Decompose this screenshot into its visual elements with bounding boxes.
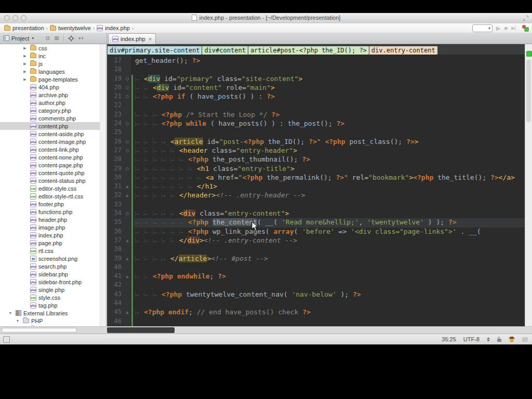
code-line-19[interactable]: 19→<div id="primary" class="site-content… — [107, 75, 525, 84]
lock-icon[interactable] — [497, 339, 501, 342]
tag-breadcrumb-chip[interactable]: article#post-<?php the_ID(); ?> — [248, 46, 369, 55]
code-line-30[interactable]: 30→→→→→→→→<a href="<?php the_permalink()… — [107, 174, 525, 182]
fold-marker[interactable] — [125, 308, 131, 317]
fold-marker[interactable] — [125, 209, 131, 218]
tree-item-content-link-php[interactable]: phpcontent-link.php — [0, 145, 106, 153]
tree-item-index-php[interactable]: phpindex.php — [0, 231, 106, 239]
scrollbar-thumb[interactable] — [526, 60, 531, 122]
breadcrumb-item[interactable]: presentation — [4, 25, 44, 31]
fold-marker[interactable] — [125, 119, 131, 128]
tree-item-content-status-php[interactable]: phpcontent-status.php — [0, 177, 106, 184]
tree-item-content-none-php[interactable]: phpcontent-none.php — [0, 153, 106, 161]
toggle-toolwindows-icon[interactable] — [3, 336, 10, 343]
event-log-icon[interactable] — [522, 337, 528, 342]
code-line-42[interactable]: 42 — [107, 281, 525, 290]
code-line-36[interactable]: 36→→→→→→<?php wp_link_pages( array( 'bef… — [107, 228, 525, 236]
code-line-25[interactable]: 25 — [107, 128, 525, 137]
code-line-37[interactable]: 37→→→→→</div><!-- .entry-content --> — [107, 236, 525, 245]
editor-vertical-scrollbar[interactable] — [525, 44, 532, 339]
code-line-33[interactable]: 33 — [107, 201, 525, 209]
chevron-right-icon[interactable]: ▶ — [23, 62, 27, 66]
code-line-38[interactable]: 38 — [107, 245, 525, 254]
fold-marker[interactable] — [125, 255, 131, 263]
fold-marker[interactable] — [125, 236, 131, 245]
tag-breadcrumb-chip[interactable]: div#primary.site-content — [108, 46, 202, 55]
code-line-43[interactable]: 43→→→<?php twentytwelve_content_nav( 'na… — [107, 290, 525, 299]
project-tree-scrollbar[interactable] — [100, 44, 106, 326]
fold-marker[interactable] — [125, 138, 131, 147]
tree-item-search-php[interactable]: phpsearch.php — [0, 262, 106, 270]
fold-marker[interactable] — [125, 191, 131, 200]
tree-item-content-php[interactable]: phpcontent.php — [0, 122, 106, 130]
code-editor[interactable]: div#primary.site-contentdiv#contentartic… — [107, 44, 525, 339]
tree-item-languages[interactable]: ▶languages — [0, 68, 106, 75]
gear-icon[interactable] — [68, 35, 74, 42]
line-separator-icon[interactable] — [487, 337, 490, 342]
tree-item-js[interactable]: ▶js — [0, 60, 106, 68]
editor-hscrollbar-thumb[interactable] — [107, 327, 175, 333]
tree-item-image-php[interactable]: phpimage.php — [0, 223, 106, 231]
code-line-40[interactable]: 40 — [107, 263, 525, 272]
code-line-17[interactable]: 17get_header(); ?> — [107, 57, 525, 65]
stop-button[interactable]: ■ — [504, 25, 508, 31]
code-line-18[interactable]: 18 — [107, 65, 525, 74]
tree-item-editor-style-rtl-css[interactable]: csseditor-style-rtl.css — [0, 192, 106, 200]
code-line-39[interactable]: 39→→→→</article><!-- #post --> — [107, 255, 525, 263]
tree-item-archive-php[interactable]: phparchive.php — [0, 91, 106, 99]
tree-item-tag-php[interactable]: phptag.php — [0, 301, 106, 309]
tree-item-editor-style-css[interactable]: csseditor-style.css — [0, 184, 106, 192]
tree-item-content-image-php[interactable]: phpcontent-image.php — [0, 138, 106, 145]
code-line-34[interactable]: 34→→→→→<div class="entry-content"> — [107, 209, 525, 218]
tree-item-content-quote-php[interactable]: phpcontent-quote.php — [0, 169, 106, 177]
fold-marker[interactable] — [125, 84, 131, 92]
fold-marker[interactable] — [125, 92, 131, 101]
fold-marker[interactable] — [125, 272, 131, 281]
tree-item-author-php[interactable]: phpauthor.php — [0, 99, 106, 107]
run-configuration-select[interactable]: ▾ — [472, 24, 493, 32]
project-panel-header[interactable]: Project ▾ ⊙ ⊞ ↤ — [0, 33, 107, 44]
tree-item-functions-php[interactable]: phpfunctions.php — [0, 208, 106, 216]
tree-item-sidebar-front-php[interactable]: phpsidebar-front.php — [0, 278, 106, 286]
tree-item-footer-php[interactable]: phpfooter.php — [0, 200, 106, 208]
tree-item-php[interactable]: ▼PHP — [0, 317, 106, 325]
code-line-28[interactable]: 28→→→→→→<?php the_post_thumbnail(); ?> — [107, 155, 525, 164]
chevron-right-icon[interactable]: ▶ — [23, 54, 27, 58]
tree-item-sidebar-php[interactable]: phpsidebar.php — [0, 270, 106, 278]
code-line-22[interactable]: 22 — [107, 101, 525, 110]
chevron-down-icon[interactable]: ▼ — [8, 311, 12, 315]
tab-index-php[interactable]: php index.php × — [108, 33, 156, 44]
hide-panel-icon[interactable]: ↤ — [78, 35, 83, 42]
settings-icon[interactable] — [522, 25, 529, 32]
tree-item-screenshot-png[interactable]: screenshot.png — [0, 255, 106, 262]
step-button[interactable]: ▶▏ — [511, 25, 518, 31]
code-line-24[interactable]: 24→→→<?php while ( have_posts() ) : the_… — [107, 119, 525, 128]
code-line-32[interactable]: 32→→→→→</header><!-- .entry-header --> — [107, 191, 525, 200]
code-line-26[interactable]: 26→→→→<article id="post-<?php the_ID(); … — [107, 138, 525, 147]
caret-position[interactable]: 35:25 — [442, 336, 456, 342]
code-line-20[interactable]: 20→→<div id="content" role="main"> — [107, 84, 525, 92]
breadcrumb-item[interactable]: twentytwelve — [50, 25, 91, 31]
tree-item-css[interactable]: ▶css — [0, 44, 106, 52]
code-line-23[interactable]: 23→→→<?php /* Start the Loop */ ?> — [107, 111, 525, 119]
tree-item-content-page-php[interactable]: phpcontent-page.php — [0, 161, 106, 169]
fold-marker[interactable] — [125, 165, 131, 174]
chevron-down-icon[interactable]: ▾ — [32, 36, 34, 41]
code-line-46[interactable]: 46 — [107, 317, 525, 326]
tree-item-rtl-css[interactable]: cssrtl.css — [0, 247, 106, 255]
tree-item-content-aside-php[interactable]: phpcontent-aside.php — [0, 130, 106, 138]
fold-marker[interactable] — [125, 182, 131, 191]
locate-icon[interactable]: ⊙ — [45, 35, 50, 42]
tree-item-category-php[interactable]: phpcategory.php — [0, 107, 106, 114]
tree-item-header-php[interactable]: phpheader.php — [0, 216, 106, 223]
code-line-44[interactable]: 44 — [107, 299, 525, 308]
code-line-21[interactable]: 21→→<?php if ( have_posts() ) : ?> — [107, 92, 525, 101]
fullscreen-icon[interactable] — [523, 15, 529, 21]
tree-item-404-php[interactable]: php404.php — [0, 83, 106, 91]
fold-marker[interactable] — [125, 75, 131, 84]
tree-item-style-css[interactable]: cssstyle.css — [0, 294, 106, 301]
code-line-35[interactable]: 35→→→→→→<?php the_content( __( 'Read mor… — [107, 218, 525, 227]
tree-item-page-php[interactable]: phppage.php — [0, 239, 106, 247]
tree-item-comments-php[interactable]: phpcomments.php — [0, 114, 106, 122]
tag-breadcrumb-chip[interactable]: div.entry-content — [369, 46, 437, 55]
tree-item-single-php[interactable]: phpsingle.php — [0, 286, 106, 294]
